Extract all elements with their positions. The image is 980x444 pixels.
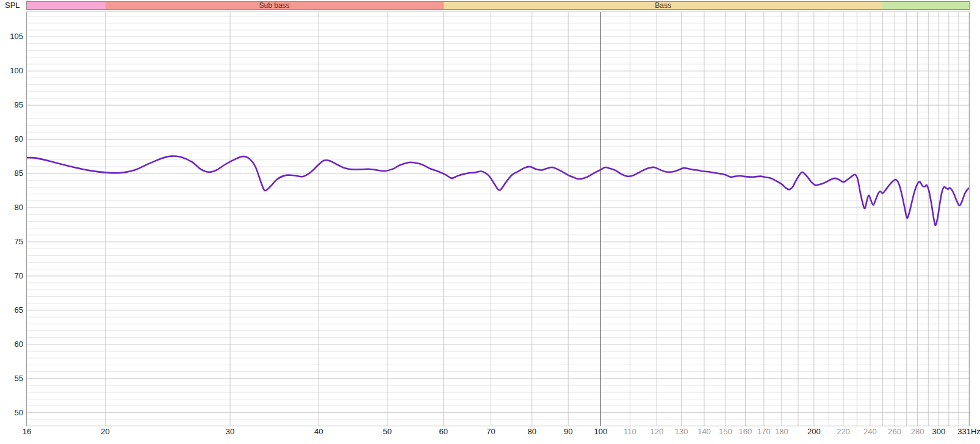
y-tick-90: 90	[1, 134, 23, 144]
spl-axis-label: SPL	[5, 1, 20, 10]
x-tick-260: 260	[888, 427, 901, 436]
y-tick-105: 105	[1, 32, 23, 41]
spl-chart[interactable]	[27, 12, 969, 426]
band-label: Bass	[655, 2, 671, 9]
x-tick-16: 16	[23, 427, 31, 436]
x-tick-20: 20	[101, 427, 109, 436]
y-tick-80: 80	[1, 203, 23, 212]
x-tick-160: 160	[739, 427, 752, 436]
y-tick-65: 65	[1, 305, 23, 315]
x-tick-220: 220	[837, 427, 850, 436]
x-tick-300: 300	[932, 427, 946, 436]
y-tick-75: 75	[1, 237, 23, 246]
x-tick-140: 140	[697, 427, 711, 436]
x-tick-280: 280	[911, 427, 924, 436]
x-tick-240: 240	[863, 427, 877, 436]
x-tick-180: 180	[775, 427, 788, 436]
x-tick-100: 100	[594, 427, 607, 436]
band-bass: Bass	[444, 2, 883, 9]
x-tick-30: 30	[226, 427, 234, 436]
x-tick-120: 120	[650, 427, 663, 436]
band-sub-bass: Sub bass	[106, 2, 444, 9]
y-tick-55: 55	[1, 374, 23, 383]
x-tick-130: 130	[675, 427, 688, 436]
x-tick-50: 50	[383, 427, 391, 436]
x-tick-80: 80	[528, 427, 536, 436]
band-segment-3	[882, 2, 969, 9]
gridlines	[27, 12, 969, 426]
x-tick-60: 60	[439, 427, 447, 436]
y-tick-100: 100	[1, 66, 23, 75]
y-tick-70: 70	[1, 271, 23, 280]
frequency-band-bar: Sub bassBass	[26, 1, 970, 10]
y-tick-95: 95	[1, 100, 23, 109]
x-tick-90: 90	[564, 427, 572, 436]
plot-area[interactable]	[26, 12, 970, 426]
band-segment-0	[27, 2, 106, 9]
x-tick-110: 110	[624, 427, 636, 436]
y-tick-50: 50	[1, 408, 23, 417]
x-tick-40: 40	[314, 427, 323, 436]
y-tick-60: 60	[1, 340, 23, 349]
x-tick-200: 200	[807, 427, 821, 436]
x-tick-331: 331Hz	[957, 427, 980, 436]
y-tick-85: 85	[1, 169, 23, 178]
x-tick-70: 70	[486, 427, 495, 436]
x-tick-170: 170	[757, 427, 771, 436]
x-tick-150: 150	[719, 427, 732, 436]
band-label: Sub bass	[259, 2, 290, 9]
